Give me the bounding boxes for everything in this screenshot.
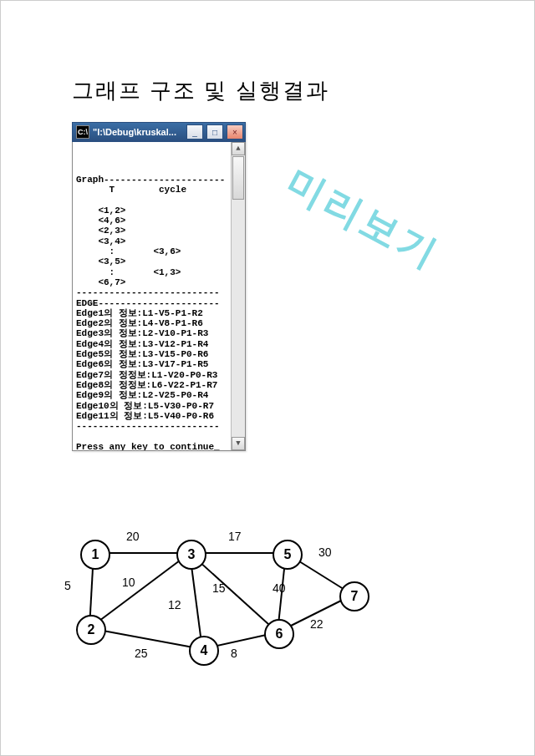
graph-node-6: 6 (264, 619, 294, 649)
edge-weight-3-5: 17 (228, 530, 242, 543)
edge-weight-2-4: 25 (135, 647, 148, 660)
console-window: C:\ "I:\Debug\kruskal... _ □ × ▲ ▼ Graph… (72, 122, 246, 451)
edge-weight-5-7: 30 (318, 545, 332, 559)
console-titlebar[interactable]: C:\ "I:\Debug\kruskal... _ □ × (72, 122, 246, 142)
svg-line-5 (190, 553, 278, 632)
close-button[interactable]: × (227, 124, 243, 140)
watermark: 미리보기 (277, 157, 449, 282)
scroll-thumb[interactable] (232, 156, 244, 200)
scroll-up-icon[interactable]: ▲ (232, 142, 245, 155)
edge-weight-3-6: 15 (212, 581, 226, 595)
edge-weight-6-7: 22 (310, 617, 324, 631)
edge-weight-1-3: 20 (126, 530, 140, 543)
minimize-button[interactable]: _ (186, 124, 203, 140)
maximize-button[interactable]: □ (206, 124, 223, 140)
graph-node-2: 2 (76, 615, 106, 645)
scrollbar[interactable]: ▲ ▼ (231, 142, 245, 450)
page-title: 그래프 구조 및 실행결과 (72, 76, 329, 105)
graph-node-3: 3 (176, 540, 206, 570)
console-title: "I:\Debug\kruskal... (93, 127, 183, 137)
edge-weight-3-4: 12 (168, 598, 181, 611)
edge-weight-1-2: 5 (64, 579, 71, 592)
scroll-down-icon[interactable]: ▼ (232, 437, 245, 450)
graph-node-5: 5 (273, 540, 303, 570)
graph-node-1: 1 (80, 540, 110, 570)
graph-edges (76, 519, 377, 686)
console-body: ▲ ▼ Graph---------------------- T cycle … (72, 142, 246, 451)
graph-node-4: 4 (189, 636, 219, 666)
graph-diagram: 123456720510121715258403022 (76, 519, 377, 686)
edge-weight-4-6: 8 (231, 647, 237, 660)
console-text: Graph---------------------- T cycle <1,2… (76, 175, 242, 451)
edge-weight-2-3: 10 (122, 576, 135, 589)
console-icon: C:\ (76, 125, 89, 139)
graph-node-7: 7 (339, 581, 369, 611)
edge-weight-5-6: 40 (273, 581, 286, 595)
